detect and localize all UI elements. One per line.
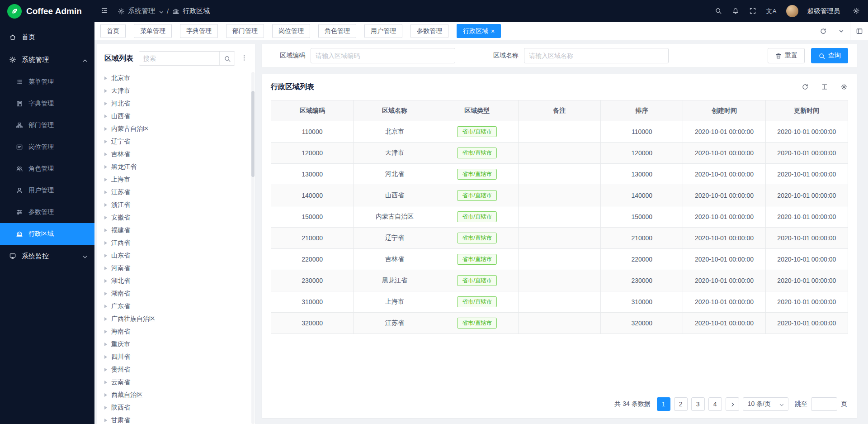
tree-item[interactable]: 北京市: [97, 72, 255, 85]
translate-icon[interactable]: 文A: [766, 7, 777, 15]
tree-item[interactable]: 山东省: [97, 249, 255, 262]
tree-item[interactable]: 福建省: [97, 224, 255, 237]
expand-icon[interactable]: [104, 279, 107, 283]
tree-search-button[interactable]: [219, 52, 235, 65]
tree-item[interactable]: 辽宁省: [97, 135, 255, 148]
column-header[interactable]: 排序: [601, 100, 683, 121]
tab[interactable]: 行政区域 ×: [457, 24, 501, 38]
sidebar-item-home[interactable]: 首页: [0, 26, 94, 48]
expand-icon[interactable]: [104, 381, 107, 384]
tree-item[interactable]: 河南省: [97, 262, 255, 275]
expand-icon[interactable]: [104, 114, 107, 118]
app-logo[interactable]: Coffee Admin: [0, 0, 94, 22]
expand-icon[interactable]: [104, 343, 107, 346]
expand-icon[interactable]: [104, 152, 107, 156]
tree-item[interactable]: 江苏省: [97, 186, 255, 199]
query-button[interactable]: 查询: [811, 48, 848, 63]
page-button[interactable]: 4: [708, 397, 722, 411]
table-row[interactable]: 210000 辽宁省 省市/直辖市 210000 2020-10-01 00:0…: [271, 228, 848, 249]
table-row[interactable]: 120000 天津市 省市/直辖市 120000 2020-10-01 00:0…: [271, 143, 848, 164]
tree-item[interactable]: 上海市: [97, 173, 255, 186]
sidebar-item-user-management[interactable]: 用户管理: [0, 180, 94, 201]
table-row[interactable]: 320000 江苏省 省市/直辖市 320000 2020-10-01 00:0…: [271, 313, 848, 334]
region-name-input[interactable]: [524, 48, 669, 63]
expand-icon[interactable]: [104, 368, 107, 372]
expand-icon[interactable]: [104, 305, 107, 308]
sidebar-item-department-management[interactable]: 部门管理: [0, 114, 94, 136]
bell-icon[interactable]: [732, 7, 740, 15]
sidebar-group-system[interactable]: 系统管理: [0, 48, 94, 71]
tree-item[interactable]: 广东省: [97, 300, 255, 313]
expand-icon[interactable]: [104, 216, 107, 219]
tree-item[interactable]: 甘肃省: [97, 414, 255, 424]
expand-icon[interactable]: [104, 254, 107, 257]
page-button[interactable]: 3: [691, 397, 705, 411]
sidebar-item-parameter-management[interactable]: 参数管理: [0, 201, 94, 223]
expand-icon[interactable]: [104, 191, 107, 194]
tree-item[interactable]: 黑龙江省: [97, 161, 255, 173]
sidebar-item-admin-region[interactable]: 行政区域: [0, 223, 94, 245]
tree-item[interactable]: 吉林省: [97, 148, 255, 161]
column-settings-gear-icon[interactable]: [840, 83, 848, 91]
tabs-dropdown-button[interactable]: [832, 22, 850, 40]
search-icon[interactable]: [715, 7, 723, 15]
page-jump-input[interactable]: [811, 397, 837, 411]
page-size-select[interactable]: 10 条/页: [743, 397, 788, 411]
tabs-refresh-button[interactable]: [814, 22, 832, 40]
breadcrumb-root[interactable]: 系统管理: [128, 7, 155, 15]
tree-scrollbar-track[interactable]: [251, 72, 255, 424]
column-header[interactable]: 创建时间: [683, 100, 765, 121]
expand-icon[interactable]: [104, 203, 107, 207]
expand-icon[interactable]: [104, 355, 107, 359]
table-row[interactable]: 310000 上海市 省市/直辖市 310000 2020-10-01 00:0…: [271, 291, 848, 313]
expand-icon[interactable]: [104, 292, 107, 295]
sidebar-item-role-management[interactable]: 角色管理: [0, 158, 94, 180]
expand-icon[interactable]: [104, 330, 107, 333]
tab[interactable]: 字典管理 ×: [180, 24, 218, 38]
tree-item[interactable]: 广西壮族自治区: [97, 313, 255, 325]
sidebar-item-post-management[interactable]: 岗位管理: [0, 136, 94, 158]
tab[interactable]: 菜单管理 ×: [134, 24, 172, 38]
tree-item[interactable]: 重庆市: [97, 338, 255, 351]
table-row[interactable]: 130000 河北省 省市/直辖市 130000 2020-10-01 00:0…: [271, 164, 848, 185]
tab[interactable]: 部门管理 ×: [226, 24, 264, 38]
page-button[interactable]: 2: [674, 397, 688, 411]
expand-icon[interactable]: [104, 393, 107, 397]
expand-icon[interactable]: [104, 241, 107, 245]
tree-item[interactable]: 湖北省: [97, 275, 255, 287]
tree-more-button[interactable]: [241, 54, 249, 62]
tree-item[interactable]: 浙江省: [97, 199, 255, 211]
menu-fold-button[interactable]: [101, 7, 109, 15]
tab[interactable]: 参数管理 ×: [410, 24, 448, 38]
tree-item[interactable]: 海南省: [97, 325, 255, 338]
tree-item[interactable]: 内蒙古自治区: [97, 123, 255, 135]
tree-item[interactable]: 河北省: [97, 97, 255, 110]
column-header[interactable]: 区域编码: [271, 100, 354, 121]
expand-icon[interactable]: [104, 419, 107, 422]
column-header[interactable]: 区域类型: [436, 100, 518, 121]
expand-icon[interactable]: [104, 406, 107, 410]
tree-item[interactable]: 陕西省: [97, 401, 255, 414]
expand-icon[interactable]: [104, 89, 107, 93]
refresh-icon[interactable]: [802, 83, 809, 91]
expand-icon[interactable]: [104, 229, 107, 232]
tab[interactable]: 首页 ×: [100, 24, 126, 38]
sidebar-item-menu-management[interactable]: 菜单管理: [0, 71, 94, 93]
expand-icon[interactable]: [104, 127, 107, 131]
tree-item[interactable]: 湖南省: [97, 287, 255, 300]
tree-scrollbar-thumb[interactable]: [251, 91, 255, 177]
tree-item[interactable]: 西藏自治区: [97, 389, 255, 401]
tree-item[interactable]: 江西省: [97, 237, 255, 249]
tab-close-icon[interactable]: ×: [491, 28, 495, 34]
expand-icon[interactable]: [104, 165, 107, 169]
tree-item[interactable]: 山西省: [97, 110, 255, 123]
text-size-icon[interactable]: [821, 83, 829, 91]
expand-icon[interactable]: [104, 102, 107, 105]
tree-item[interactable]: 天津市: [97, 85, 255, 97]
table-row[interactable]: 230000 黑龙江省 省市/直辖市 230000 2020-10-01 00:…: [271, 270, 848, 291]
table-row[interactable]: 140000 山西省 省市/直辖市 140000 2020-10-01 00:0…: [271, 185, 848, 206]
tree-item[interactable]: 安徽省: [97, 211, 255, 224]
table-row[interactable]: 150000 内蒙古自治区 省市/直辖市 150000 2020-10-01 0…: [271, 206, 848, 228]
expand-icon[interactable]: [104, 178, 107, 181]
page-button[interactable]: 1: [657, 397, 670, 411]
